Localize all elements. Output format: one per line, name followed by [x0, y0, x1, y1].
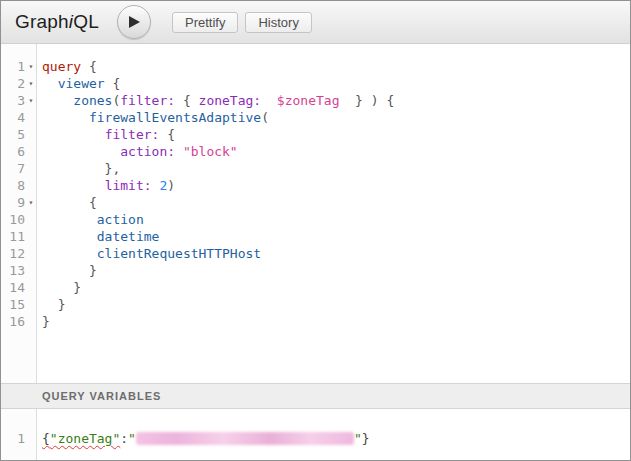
line-number: 5: [1, 126, 25, 143]
code-line[interactable]: 8 limit: 2): [1, 177, 630, 194]
query-variables-title: QUERY VARIABLES: [42, 390, 161, 402]
line-number: 16: [1, 313, 25, 330]
code-line[interactable]: 5 filter: {: [1, 126, 630, 143]
code-text: {: [37, 194, 97, 211]
code-line[interactable]: 10 action: [1, 211, 630, 228]
line-number: 4: [1, 109, 25, 126]
code-line[interactable]: 9▾ {: [1, 194, 630, 211]
history-button[interactable]: History: [245, 12, 311, 33]
line-number: 10: [1, 211, 25, 228]
code-line[interactable]: 6 action: "block": [1, 143, 630, 160]
code-line[interactable]: 4 firewallEventsAdaptive(: [1, 109, 630, 126]
line-number: 11: [1, 228, 25, 245]
line-number: 14: [1, 279, 25, 296]
code-token: }: [42, 314, 50, 329]
code-token: {: [175, 93, 198, 108]
code-line[interactable]: 16}: [1, 313, 630, 330]
fold-arrow-icon[interactable]: ▾: [25, 75, 37, 92]
code-text: },: [37, 160, 120, 177]
fold-gutter-spacer: [25, 143, 37, 160]
fold-gutter-spacer: [25, 313, 37, 330]
fold-gutter-spacer: [25, 279, 37, 296]
code-token: [42, 212, 97, 227]
logo-text-ql: QL: [73, 11, 99, 32]
code-text: filter: {: [37, 126, 175, 143]
graphiql-window: GraphiQL Prettify History 1▾query {2▾ vi…: [0, 0, 631, 461]
line-number: 1: [1, 58, 25, 75]
line-number: 3: [1, 92, 25, 109]
code-text: }: [37, 313, 50, 330]
code-token: {: [159, 127, 175, 142]
code-token: datetime: [97, 229, 160, 244]
code-token: {: [42, 195, 97, 210]
query-code-lines: 1▾query {2▾ viewer {3▾ zones(filter: { z…: [1, 44, 630, 330]
code-text: clientRequestHTTPHost: [37, 245, 261, 262]
line-number: 7: [1, 160, 25, 177]
variables-code-lines: 1{"zoneTag":""}: [1, 409, 630, 447]
code-token: [261, 93, 277, 108]
code-token: [175, 144, 183, 159]
code-token: } ) {: [339, 93, 394, 108]
code-token: "zoneTag": [50, 431, 120, 446]
code-token: action:: [120, 144, 175, 159]
execute-query-button[interactable]: [117, 5, 151, 39]
code-text: action: "block": [37, 143, 238, 160]
code-token: {: [81, 59, 97, 74]
fold-gutter-spacer: [25, 177, 37, 194]
fold-arrow-icon[interactable]: ▾: [25, 58, 37, 75]
variables-editor[interactable]: 1{"zoneTag":""}: [1, 409, 630, 460]
fold-gutter-spacer: [25, 109, 37, 126]
code-token: {: [42, 431, 50, 446]
line-number: 13: [1, 262, 25, 279]
code-line[interactable]: 13 }: [1, 262, 630, 279]
redacted-value: [136, 432, 354, 445]
fold-arrow-icon[interactable]: ▾: [25, 92, 37, 109]
code-token: limit:: [105, 178, 152, 193]
code-line[interactable]: 1{"zoneTag":""}: [1, 430, 630, 447]
code-line[interactable]: 3▾ zones(filter: { zoneTag: $zoneTag } )…: [1, 92, 630, 109]
code-token: (: [261, 110, 269, 125]
code-token: filter:: [105, 127, 160, 142]
code-token: ": [354, 431, 362, 446]
code-token: [42, 76, 58, 91]
fold-gutter-spacer: [25, 160, 37, 177]
prettify-button[interactable]: Prettify: [172, 12, 238, 33]
code-token: [42, 263, 89, 278]
code-text: zones(filter: { zoneTag: $zoneTag } ) {: [37, 92, 394, 109]
line-number: 2: [1, 75, 25, 92]
line-number: 12: [1, 245, 25, 262]
code-line[interactable]: 2▾ viewer {: [1, 75, 630, 92]
query-variables-header[interactable]: QUERY VARIABLES: [1, 383, 630, 409]
code-token: {: [105, 76, 121, 91]
code-token: zones: [73, 93, 112, 108]
code-text: query {: [37, 58, 97, 75]
fold-gutter-spacer: [25, 296, 37, 313]
code-token: [42, 229, 97, 244]
code-token: query: [42, 59, 81, 74]
line-number: 6: [1, 143, 25, 160]
code-line[interactable]: 12 clientRequestHTTPHost: [1, 245, 630, 262]
code-token: },: [42, 161, 120, 176]
code-text: datetime: [37, 228, 159, 245]
code-token: ": [128, 431, 136, 446]
code-text: }: [37, 296, 65, 313]
code-text: firewallEventsAdaptive(: [37, 109, 269, 126]
code-token: filter:: [120, 93, 175, 108]
code-line[interactable]: 15 }: [1, 296, 630, 313]
fold-gutter-spacer: [25, 211, 37, 228]
code-token: }: [42, 280, 81, 295]
fold-gutter-spacer: [25, 262, 37, 279]
code-token: [42, 93, 73, 108]
code-line[interactable]: 11 datetime: [1, 228, 630, 245]
code-line[interactable]: 7 },: [1, 160, 630, 177]
code-text: limit: 2): [37, 177, 175, 194]
code-line[interactable]: 1▾query {: [1, 58, 630, 75]
fold-arrow-icon[interactable]: ▾: [25, 194, 37, 211]
code-token: [42, 127, 105, 142]
code-line[interactable]: 14 }: [1, 279, 630, 296]
query-editor[interactable]: 1▾query {2▾ viewer {3▾ zones(filter: { z…: [1, 44, 630, 383]
code-token: viewer: [58, 76, 105, 91]
code-token: :: [120, 431, 128, 446]
fold-gutter-spacer: [25, 430, 37, 447]
code-token: clientRequestHTTPHost: [97, 246, 261, 261]
